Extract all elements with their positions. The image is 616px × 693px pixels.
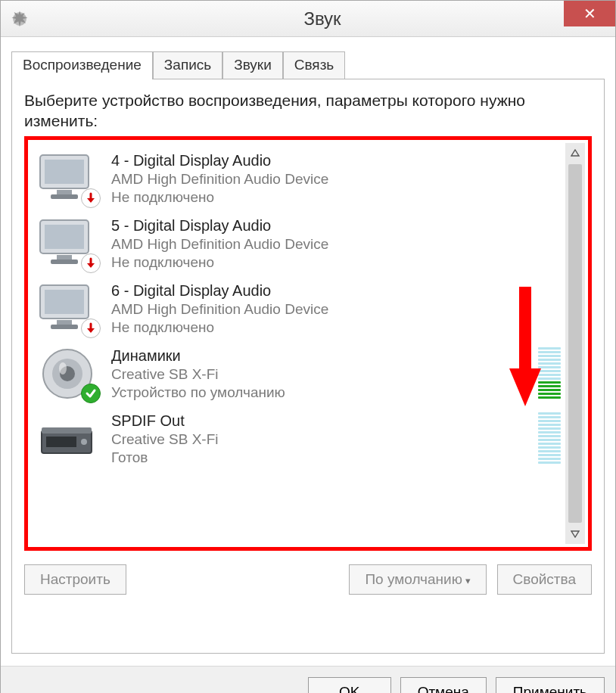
app-icon (10, 9, 30, 29)
close-button[interactable]: ✕ (564, 1, 615, 26)
svg-rect-18 (42, 427, 92, 434)
device-text: SPDIF OutCreative SB X-FiГотов (111, 411, 524, 466)
device-description: AMD High Definition Audio Device (111, 171, 524, 188)
svg-point-20 (81, 439, 87, 445)
client-area: ВоспроизведениеЗаписьЗвукиСвязь Выберите… (1, 37, 615, 666)
disconnected-badge-icon (81, 319, 101, 338)
cancel-button[interactable]: Отмена (400, 677, 487, 693)
close-icon: ✕ (583, 5, 596, 23)
monitor-icon (37, 281, 98, 337)
tab-page-playback: Выберите устройство воспроизведения, пар… (11, 79, 605, 654)
device-description: AMD High Definition Audio Device (111, 301, 524, 318)
device-description: AMD High Definition Audio Device (111, 236, 524, 253)
device-row[interactable]: SPDIF OutCreative SB X-FiГотов (37, 406, 565, 471)
set-default-button[interactable]: По умолчанию (349, 564, 486, 595)
default-badge-icon (81, 384, 101, 403)
device-status: Не подключено (111, 189, 524, 206)
device-description: Creative SB X-Fi (111, 431, 524, 448)
titlebar: Звук ✕ (1, 1, 615, 37)
scroll-thumb[interactable] (568, 164, 582, 523)
device-name: 6 - Digital Display Audio (111, 282, 524, 300)
svg-rect-2 (45, 160, 84, 184)
scroll-down-button[interactable] (565, 524, 585, 544)
properties-button[interactable]: Свойства (497, 564, 592, 595)
device-text: 6 - Digital Display AudioAMD High Defini… (111, 281, 524, 336)
device-status: Не подключено (111, 319, 524, 336)
device-name: Динамики (111, 347, 524, 365)
device-row[interactable]: 5 - Digital Display AudioAMD High Defini… (37, 211, 565, 276)
svg-rect-4 (51, 194, 78, 199)
svg-rect-7 (57, 255, 72, 259)
device-text: 5 - Digital Display AudioAMD High Defini… (111, 216, 524, 271)
device-status: Устройство по умолчанию (111, 384, 524, 401)
device-row[interactable]: 6 - Digital Display AudioAMD High Defini… (37, 276, 565, 341)
device-items: 4 - Digital Display AudioAMD High Defini… (31, 143, 565, 544)
svg-point-16 (59, 362, 67, 374)
svg-rect-11 (57, 320, 72, 325)
disconnected-badge-icon (81, 188, 101, 208)
monitor-icon (37, 216, 98, 272)
device-name: SPDIF Out (111, 412, 524, 430)
svg-rect-3 (57, 190, 72, 194)
spdif-icon (37, 411, 98, 467)
speaker-icon (37, 346, 98, 402)
level-meter (538, 151, 561, 205)
device-status: Готов (111, 449, 524, 466)
dialog-footer: OK Отмена Применить (1, 666, 615, 693)
device-name: 5 - Digital Display Audio (111, 217, 524, 235)
apply-button[interactable]: Применить (496, 677, 605, 693)
svg-rect-21 (519, 287, 531, 370)
tab-strip: ВоспроизведениеЗаписьЗвукиСвязь (11, 51, 605, 79)
device-text: 4 - Digital Display AudioAMD High Defini… (111, 151, 524, 206)
configure-button[interactable]: Настроить (24, 564, 126, 595)
svg-rect-10 (45, 290, 84, 314)
device-status: Не подключено (111, 254, 524, 271)
ok-button[interactable]: OK (308, 677, 391, 693)
svg-rect-8 (51, 259, 78, 264)
svg-rect-12 (51, 325, 78, 329)
scroll-up-button[interactable] (565, 143, 585, 163)
level-meter (538, 216, 561, 270)
device-listbox[interactable]: 4 - Digital Display AudioAMD High Defini… (31, 143, 585, 544)
window-title: Звук (30, 8, 615, 30)
device-row[interactable]: 4 - Digital Display AudioAMD High Defini… (37, 146, 565, 211)
device-row[interactable]: ДинамикиCreative SB X-FiУстройство по ум… (37, 341, 565, 406)
device-name: 4 - Digital Display Audio (111, 152, 524, 169)
sound-dialog: Звук ✕ ВоспроизведениеЗаписьЗвукиСвязь В… (0, 0, 616, 693)
instruction-text: Выберите устройство воспроизведения, пар… (24, 90, 592, 132)
device-description: Creative SB X-Fi (111, 366, 524, 383)
disconnected-badge-icon (81, 253, 101, 273)
svg-rect-6 (45, 225, 84, 249)
svg-rect-19 (46, 437, 76, 447)
device-button-row: Настроить По умолчанию Свойства (24, 564, 592, 595)
tab-2[interactable]: Звуки (222, 51, 283, 79)
level-meter (538, 411, 561, 465)
device-list-highlight: 4 - Digital Display AudioAMD High Defini… (24, 136, 592, 551)
tab-0[interactable]: Воспроизведение (11, 51, 153, 79)
scrollbar[interactable] (565, 143, 585, 544)
tab-3[interactable]: Связь (283, 51, 346, 79)
annotation-arrow-icon (508, 287, 543, 408)
monitor-icon (37, 151, 98, 207)
tab-1[interactable]: Запись (153, 51, 222, 79)
device-text: ДинамикиCreative SB X-FiУстройство по ум… (111, 346, 524, 401)
